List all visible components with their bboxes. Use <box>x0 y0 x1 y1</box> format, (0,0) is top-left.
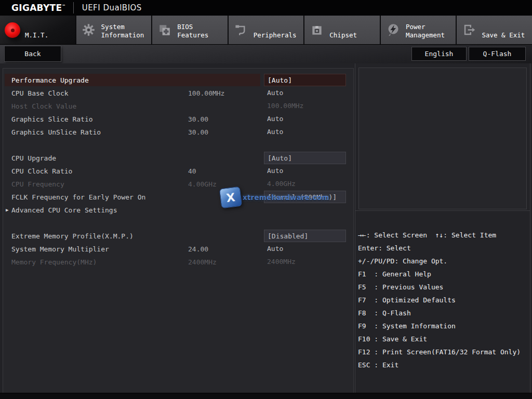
row-label: System Memory Multiplier <box>11 243 109 256</box>
back-button[interactable]: Back <box>4 46 61 62</box>
row-memory-frequency-mhz: Memory Frequency(MHz)2400MHz2400MHz <box>3 256 353 269</box>
row-label: Performance Upgrade <box>11 74 89 87</box>
hotkey-help-line: F1 : General Help <box>358 268 521 281</box>
row-label: Graphics UnSlice Ratio <box>11 126 101 139</box>
tab-mit[interactable]: M.I.T. <box>0 16 76 44</box>
row-current-value: 24.00 <box>188 243 208 256</box>
row-current-value: 30.00 <box>188 113 208 126</box>
row-setting-value[interactable]: [Auto] <box>264 152 346 164</box>
row-graphics-slice-ratio[interactable]: Graphics Slice Ratio30.00Auto <box>3 113 353 126</box>
row-setting-value[interactable]: Auto <box>264 87 346 99</box>
tab-label-line: Chipset <box>329 31 357 39</box>
hotkey-help-line: F5 : Previous Values <box>358 281 521 294</box>
tab-label: M.I.T. <box>25 20 48 41</box>
bios-screen: GIGABYTE™ UEFI DualBIOS M.I.T.SystemInfo… <box>0 0 532 399</box>
bios-chip-plus-icon <box>157 22 172 38</box>
tab-label-line: Information <box>101 31 144 39</box>
tab-label-line: Peripherals <box>254 31 297 39</box>
tab-label-line: BIOS <box>177 23 208 31</box>
tab-label: Peripherals <box>254 20 297 41</box>
row-system-memory-multiplier[interactable]: System Memory Multiplier24.00Auto <box>3 243 353 256</box>
gigabyte-logo: GIGABYTE™ <box>11 3 66 13</box>
row-current-value: 2400MHz <box>188 256 217 269</box>
tab-label-line: Save & Exit <box>482 31 525 39</box>
section-gap <box>3 217 353 230</box>
tab-power-management[interactable]: PowerManagement <box>381 16 457 44</box>
tab-label: Save & Exit <box>482 20 525 41</box>
watermark-text: xtremehardware.com <box>243 193 329 202</box>
gear-icon <box>81 22 97 38</box>
hotkey-help-line: ESC : Exit <box>358 358 521 371</box>
hotkey-help-line: F8 : Q-Flash <box>358 307 521 320</box>
row-performance-upgrade[interactable]: Performance Upgrade[Auto] <box>3 74 353 87</box>
section-gap <box>3 139 353 152</box>
row-setting-value[interactable]: Auto <box>264 113 346 125</box>
top-title-bar: GIGABYTE™ UEFI DualBIOS <box>0 0 532 16</box>
help-panel: →←: Select Screen ↑↓: Select ItemEnter: … <box>355 63 530 393</box>
row-cpu-upgrade[interactable]: CPU Upgrade[Auto] <box>3 152 353 165</box>
row-cpu-clock-ratio[interactable]: CPU Clock Ratio40Auto <box>3 165 353 178</box>
qflash-button[interactable]: Q-Flash <box>469 47 526 61</box>
tab-chipset[interactable]: Chipset <box>304 16 381 44</box>
tab-label: SystemInformation <box>101 20 144 41</box>
title-divider <box>73 2 74 14</box>
hotkey-help-line: +/-/PU/PD: Change Opt. <box>358 255 521 268</box>
row-graphics-unslice-ratio[interactable]: Graphics UnSlice Ratio30.00Auto <box>3 126 353 139</box>
row-label: CPU Base Clock <box>11 87 69 100</box>
settings-list: Performance Upgrade[Auto]CPU Base Clock1… <box>3 68 354 393</box>
row-setting-value[interactable]: [Auto] <box>264 74 346 86</box>
expand-arrow-icon: ▶ <box>6 204 8 217</box>
hotkey-help-line: F12 : Print Screen(FAT16/32 Format Only) <box>358 345 521 358</box>
hotkey-help-line: →←: Select Screen ↑↓: Select Item <box>358 229 521 242</box>
row-label: Memory Frequency(MHz) <box>11 256 97 269</box>
mit-red-dot-icon <box>5 22 20 38</box>
page-title: UEFI DualBIOS <box>82 3 142 12</box>
row-cpu-base-clock[interactable]: CPU Base Clock100.00MHzAuto <box>3 87 353 100</box>
row-label: CPU Clock Ratio <box>11 165 72 178</box>
row-host-clock-value: Host Clock Value100.00MHz <box>3 100 353 113</box>
tab-system-information[interactable]: SystemInformation <box>76 16 153 44</box>
toolbar: Back English Q-Flash <box>0 44 532 63</box>
row-label: Graphics Slice Ratio <box>11 113 93 126</box>
tab-label-line: System <box>101 23 144 31</box>
watermark-x-icon: X <box>219 187 242 209</box>
tab-label: PowerManagement <box>406 20 445 41</box>
tab-label-line: Management <box>406 31 445 39</box>
power-bolt-icon <box>385 22 401 38</box>
chipset-icon <box>309 22 325 38</box>
trademark-symbol: ™ <box>62 4 65 8</box>
row-extreme-memory-profile-x-m-p[interactable]: Extreme Memory Profile(X.M.P.)[Disabled] <box>3 230 353 243</box>
tab-label: BIOSFeatures <box>177 20 208 41</box>
row-label: CPU Upgrade <box>11 152 56 165</box>
tab-bios-features[interactable]: BIOSFeatures <box>152 16 229 44</box>
hotkey-help-line: Enter: Select <box>358 242 521 255</box>
tab-save-exit[interactable]: Save & Exit <box>457 16 532 44</box>
content-area: Performance Upgrade[Auto]CPU Base Clock1… <box>0 63 532 393</box>
row-current-value: 30.00 <box>188 126 208 139</box>
watermark: X xtremehardware.com <box>220 188 329 207</box>
row-current-value: 4.00GHz <box>188 178 217 191</box>
hotkey-help-line: F9 : System Information <box>358 320 521 332</box>
tab-label-line: Features <box>177 31 208 39</box>
row-label: CPU Frequency <box>11 178 64 191</box>
peripherals-icon <box>233 22 249 38</box>
row-setting-value[interactable]: [Disabled] <box>264 230 346 242</box>
tab-label-line: M.I.T. <box>25 31 48 39</box>
hotkey-help-list: →←: Select Screen ↑↓: Select ItemEnter: … <box>358 229 521 371</box>
tab-label: Chipset <box>329 20 357 41</box>
help-panel-divider <box>355 210 530 211</box>
save-exit-icon <box>461 22 477 38</box>
row-setting-value[interactable]: Auto <box>264 165 346 177</box>
language-button[interactable]: English <box>411 47 467 61</box>
row-label: Extreme Memory Profile(X.M.P.) <box>11 230 134 243</box>
row-setting-value[interactable]: Auto <box>264 243 346 255</box>
row-setting-value: 2400MHz <box>264 256 346 268</box>
row-label: Host Clock Value <box>11 100 76 113</box>
row-current-value: 100.00MHz <box>188 87 224 100</box>
tab-peripherals[interactable]: Peripherals <box>229 16 305 44</box>
row-label: FCLK Frequency for Early Power On <box>11 191 145 204</box>
hotkey-help-line: F10 : Save & Exit <box>358 332 521 345</box>
row-setting-value[interactable]: Auto <box>264 126 346 138</box>
hotkey-help-line: F7 : Optimized Defaults <box>358 294 521 307</box>
row-current-value: 40 <box>188 165 196 178</box>
